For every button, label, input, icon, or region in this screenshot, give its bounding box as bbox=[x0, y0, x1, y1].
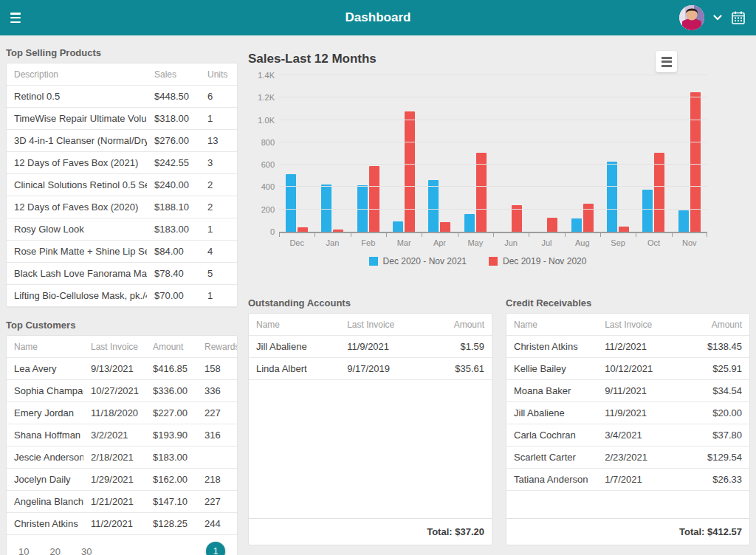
left-column: Top Selling Products DescriptionSalesUni… bbox=[0, 35, 244, 555]
table-row: Kellie Bailey10/12/2021$25.91 bbox=[506, 358, 749, 380]
page-size-option[interactable]: 20 bbox=[49, 546, 60, 555]
chart-menu-icon[interactable] bbox=[656, 51, 677, 72]
page-size-option[interactable]: 30 bbox=[81, 546, 92, 555]
table-cell: 227 bbox=[197, 496, 237, 507]
gridline bbox=[279, 186, 707, 187]
legend-item[interactable]: Dec 2020 - Nov 2021 bbox=[369, 256, 467, 266]
legend-label: Dec 2019 - Nov 2020 bbox=[503, 256, 586, 266]
chart-legend: Dec 2020 - Nov 2021Dec 2019 - Nov 2020 bbox=[248, 256, 707, 266]
table-cell: $34.54 bbox=[681, 385, 749, 396]
bar bbox=[405, 111, 415, 232]
table-cell: $193.90 bbox=[145, 430, 197, 441]
table-cell: $318.00 bbox=[147, 113, 200, 124]
table-row: Moana Baker9/11/2021$34.54 bbox=[506, 380, 749, 402]
bar bbox=[393, 221, 403, 232]
bar bbox=[619, 227, 629, 232]
table-row: 12 Days of Faves Box (2020)$188.102 bbox=[7, 196, 237, 218]
table-cell: 2 bbox=[200, 179, 237, 190]
table-cell: 1 bbox=[200, 224, 237, 235]
table-cell: Lifting Bio-Cellulose Mask, pk./4 bbox=[7, 290, 147, 301]
column-header: Name bbox=[506, 320, 597, 330]
bar bbox=[369, 166, 379, 232]
table-cell: Emery Jordan bbox=[7, 407, 83, 418]
x-axis-label: Sep bbox=[600, 233, 636, 247]
spacer bbox=[506, 491, 749, 518]
table-cell: Jescie Anderson bbox=[7, 452, 83, 463]
y-axis-label: 0 bbox=[247, 227, 275, 236]
top-customers-table: NameLast InvoiceAmountRewardsLea Avery9/… bbox=[7, 336, 237, 535]
table-cell: $183.00 bbox=[145, 452, 197, 463]
table-cell: 158 bbox=[197, 363, 237, 374]
table-cell: 3 bbox=[200, 157, 237, 168]
credit-total: Total: $412.57 bbox=[506, 518, 749, 545]
chart-x-axis: DecJanFebMarAprMayJunJulAugSepOctNov bbox=[279, 233, 707, 247]
table-cell: Scarlett Carter bbox=[506, 452, 597, 463]
table-header-row: NameLast InvoiceAmount bbox=[506, 314, 749, 336]
table-cell: Christen Atkins bbox=[506, 341, 597, 352]
table-row: Jill Abaliene11/9/2021$1.59 bbox=[249, 336, 492, 358]
table-cell: 1/29/2021 bbox=[83, 474, 145, 485]
table-cell: Moana Baker bbox=[506, 385, 597, 396]
table-cell: 11/2/2021 bbox=[83, 518, 145, 529]
table-cell: Clinical Solutions Retinol 0.5 Set bbox=[7, 179, 147, 190]
table-cell: 1 bbox=[200, 113, 237, 124]
table-cell: 227 bbox=[197, 407, 237, 418]
chevron-down-icon[interactable] bbox=[713, 15, 722, 21]
table-cell: 9/11/2021 bbox=[597, 385, 681, 396]
table-cell: $25.91 bbox=[681, 363, 749, 374]
table-row: 12 Days of Faves Box (2021)$242.553 bbox=[7, 152, 237, 174]
legend-swatch bbox=[369, 257, 378, 266]
table-cell: 316 bbox=[197, 430, 237, 441]
bar bbox=[654, 153, 664, 232]
top-selling-products-title: Top Selling Products bbox=[6, 47, 238, 58]
outstanding-total: Total: $37.20 bbox=[249, 518, 492, 545]
table-row: Jill Abaliene11/9/2021$20.00 bbox=[506, 402, 749, 424]
calendar-icon[interactable] bbox=[731, 10, 746, 25]
table-cell: Kellie Bailey bbox=[506, 363, 597, 374]
bar bbox=[512, 205, 522, 232]
table-cell: $183.00 bbox=[147, 224, 200, 235]
table-cell: Retinol 0.5 bbox=[7, 91, 147, 102]
table-cell: 4 bbox=[200, 246, 237, 257]
bottom-panels: Outstanding Accounts NameLast InvoiceAmo… bbox=[248, 286, 750, 545]
table-cell: $147.10 bbox=[145, 496, 197, 507]
table-cell: $70.00 bbox=[147, 290, 200, 301]
table-cell: 12 Days of Faves Box (2021) bbox=[7, 157, 147, 168]
table-cell: Christen Atkins bbox=[7, 518, 83, 529]
column-header: Amount bbox=[145, 342, 197, 352]
column-header: Last Invoice bbox=[340, 320, 424, 330]
table-cell: 3/4/2021 bbox=[597, 430, 681, 441]
page-size-options: 102030 bbox=[18, 546, 92, 555]
table-cell: $162.00 bbox=[145, 474, 197, 485]
table-row: Sophia Champagne10/27/2021$336.00336 bbox=[7, 380, 237, 402]
gridline bbox=[279, 75, 707, 75]
bar bbox=[476, 153, 487, 232]
table-cell: Jill Abaliene bbox=[506, 407, 597, 418]
table-cell: Carla Cochran bbox=[506, 430, 597, 441]
table-cell: 11/9/2021 bbox=[597, 407, 681, 418]
bar bbox=[298, 227, 308, 232]
table-row: Lifting Bio-Cellulose Mask, pk./4$70.001 bbox=[7, 285, 237, 307]
table-cell: 9/17/2019 bbox=[340, 363, 424, 374]
table-cell: 3D 4-in-1 Cleanser (Normal/Dry) bbox=[7, 135, 147, 146]
page-1-button[interactable]: 1 bbox=[206, 542, 225, 555]
x-axis-label: Mar bbox=[386, 233, 422, 247]
column-header: Description bbox=[7, 69, 147, 80]
page-size-option[interactable]: 10 bbox=[18, 546, 29, 555]
user-avatar[interactable] bbox=[679, 5, 704, 30]
legend-swatch bbox=[489, 257, 498, 266]
table-cell: $138.45 bbox=[681, 341, 749, 352]
table-cell: Tatiana Anderson bbox=[506, 474, 597, 485]
table-cell: 1/21/2021 bbox=[83, 496, 145, 507]
bar bbox=[547, 218, 557, 232]
x-axis-label: Feb bbox=[351, 233, 386, 247]
table-cell: 1 bbox=[200, 290, 237, 301]
table-cell: Rosy Glow Look bbox=[7, 224, 147, 235]
table-row: Linda Albert9/17/2019$35.61 bbox=[249, 358, 492, 380]
legend-item[interactable]: Dec 2019 - Nov 2020 bbox=[489, 256, 586, 266]
y-axis-label: 1.0K bbox=[247, 116, 275, 125]
column-header: Name bbox=[7, 342, 83, 352]
table-cell: Lea Avery bbox=[7, 363, 83, 374]
gridline bbox=[279, 142, 707, 142]
table-cell: TimeWise Repair Ultimate Volu-Firm Set bbox=[7, 113, 147, 124]
